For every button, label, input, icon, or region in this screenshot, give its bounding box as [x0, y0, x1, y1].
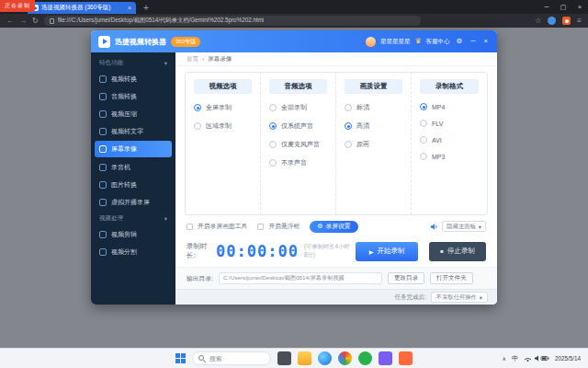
radio-label: MP4 [432, 104, 445, 110]
browser-toolbar-icons: ☆ ≡ [535, 17, 582, 25]
radio-original-quality[interactable]: 原画 [345, 140, 402, 149]
radio-label: FLV [432, 121, 443, 127]
radio-label: 标清 [356, 103, 369, 112]
radio-fullscreen-record[interactable]: 全屏录制 [194, 103, 252, 112]
output-row: 输出目录: C:/Users/jumei/Desktop/截图0514/屏幕录制… [175, 267, 497, 289]
tray-chevron-up-icon[interactable]: ∧ [503, 355, 506, 362]
app-close-icon[interactable]: × [482, 38, 490, 45]
taskbar-app-icon-purple[interactable] [379, 351, 392, 365]
sidebar-item-label: 视频分割 [111, 247, 137, 257]
radio-no-sound[interactable]: 不录声音 [269, 158, 327, 167]
taskbar-search[interactable]: 搜索 [192, 351, 271, 365]
radio-icon [345, 104, 352, 111]
chevron-down-icon: ▾ [480, 294, 482, 301]
sidebar-item-video-convert[interactable]: 视频转换 [91, 70, 175, 87]
url-text: file:///C:/Users/jumei/Desktop/截图0514/代码… [58, 17, 265, 25]
radio-label: 仅系统声音 [281, 121, 313, 131]
address-bar[interactable]: file:///C:/Users/jumei/Desktop/截图0514/代码… [44, 16, 421, 26]
radio-format-mp4[interactable]: MP4 [420, 103, 479, 110]
record-settings-button[interactable]: ⚙ 录屏设置 [310, 221, 357, 233]
task-after-label: 任务完成后: [394, 293, 425, 302]
sidebar-item-video-clip[interactable]: 视频剪辑 [91, 225, 175, 243]
sidebar-item-audio-convert[interactable]: 音频转换 [91, 87, 175, 105]
voice-recorder-icon [99, 164, 107, 171]
ime-indicator[interactable]: 中 [512, 354, 518, 363]
browser-maximize-icon[interactable]: ▢ [555, 0, 571, 14]
sidebar: 特色功能 ▾ 视频转换 音频转换 视频压缩 [91, 52, 175, 305]
app-edition-badge: 360专版 [171, 37, 200, 47]
sidebar-section-video-process[interactable]: 视频处理 ▾ [91, 211, 175, 225]
timer-value: 00:00:00 [216, 242, 299, 260]
settings-gear-icon[interactable]: ⚙ [455, 38, 465, 45]
radio-icon [420, 120, 427, 127]
radio-record-all-audio[interactable]: 全部录制 [269, 103, 327, 112]
sidebar-item-label: 视频转换 [111, 75, 137, 84]
start-record-button[interactable]: ▶ 开始录制 [356, 242, 418, 261]
radio-label: 全屏录制 [206, 103, 232, 112]
sidebar-item-video-split[interactable]: 视频分割 [91, 243, 175, 260]
tab-close-icon[interactable]: × [128, 5, 131, 11]
breadcrumb-home[interactable]: 首页 [187, 55, 198, 63]
checkbox-draw-tool[interactable] [187, 224, 193, 230]
output-path-field[interactable]: C:/Users/jumei/Desktop/截图0514/屏幕录制视频 [219, 272, 382, 284]
sidebar-item-image-convert[interactable]: 图片转换 [91, 176, 175, 193]
edge-browser-icon[interactable] [318, 351, 332, 365]
system-tray: ∧ 中 2025/5/14 [503, 354, 581, 363]
forward-icon[interactable]: → [19, 17, 27, 25]
radio-mic-only[interactable]: 仅麦克风声音 [269, 140, 327, 149]
taskbar-clock[interactable]: 2025/5/14 [555, 355, 581, 362]
radio-icon [269, 141, 277, 148]
browser-profile-avatar[interactable] [548, 17, 556, 25]
breadcrumb: 首页 › 屏幕录像 [175, 52, 497, 66]
reload-icon[interactable]: ↻ [32, 17, 39, 25]
browser-360-taskbar-icon[interactable] [358, 351, 372, 365]
radio-system-sound-only[interactable]: 仅系统声音 [269, 121, 327, 131]
task-after-dropdown[interactable]: 不采取任何操作 ▾ [431, 292, 488, 303]
vip-crown-icon[interactable]: ♛ [414, 38, 421, 45]
open-folder-button[interactable]: 打开文件夹 [430, 272, 473, 284]
stop-record-button[interactable]: ■ 停止录制 [429, 242, 486, 261]
tray-status-icons[interactable] [524, 354, 549, 362]
back-icon[interactable]: ← [6, 17, 14, 25]
checkbox-float-box[interactable] [257, 224, 264, 230]
browser-tab[interactable]: 迅捷视频转换器 (360专版) × [28, 2, 136, 14]
sidebar-item-virtual-stream-record[interactable]: 虚拟开播录屏 [91, 193, 175, 211]
browser-close-icon[interactable]: × [571, 0, 588, 14]
radio-standard-quality[interactable]: 标清 [345, 103, 402, 112]
checkbox-float-box-label: 开启悬浮框 [268, 222, 300, 231]
radio-icon [269, 159, 277, 167]
taskbar-app-icon-orange[interactable] [399, 351, 413, 365]
panel-visibility-value: 隐藏主面板 [447, 223, 475, 231]
sidebar-item-screen-record[interactable]: 屏幕录像 [95, 141, 172, 157]
start-button[interactable] [175, 353, 186, 363]
browser-menu-icon[interactable]: ≡ [577, 17, 582, 25]
radio-format-avi[interactable]: AVI [420, 136, 479, 144]
sidebar-item-video-compress[interactable]: 视频压缩 [91, 105, 175, 122]
change-directory-button[interactable]: 更改目录 [388, 272, 424, 284]
radio-label: 原画 [356, 140, 369, 149]
sidebar-section-featured[interactable]: 特色功能 ▾ [91, 55, 175, 70]
radio-format-mp3[interactable]: MP3 [420, 153, 479, 160]
user-avatar[interactable] [366, 37, 376, 47]
radio-high-quality[interactable]: 高清 [345, 121, 402, 131]
start-record-label: 开始录制 [377, 247, 404, 256]
sidebar-item-video-to-text[interactable]: 视频转文字 [91, 122, 175, 140]
main-content: 首页 › 屏幕录像 视频选项 全屏录制 [175, 52, 497, 305]
audio-options-column: 音频选项 全部录制 仅系统声音 仅麦克风声音 [261, 73, 336, 214]
file-explorer-icon[interactable] [298, 351, 311, 365]
chrome-browser-icon[interactable] [338, 351, 352, 365]
bookmark-star-icon[interactable]: ☆ [535, 17, 541, 25]
new-tab-button[interactable]: + [143, 2, 149, 14]
radio-region-record[interactable]: 区域录制 [194, 121, 252, 131]
app-minimize-icon[interactable]: ─ [469, 38, 477, 45]
browser-minimize-icon[interactable]: ─ [538, 0, 555, 14]
stop-record-label: 停止录制 [447, 247, 475, 256]
app-title: 迅捷视频转换器 [115, 37, 166, 47]
sidebar-item-voice-recorder[interactable]: 录音机 [91, 158, 175, 176]
panel-visibility-dropdown[interactable]: 隐藏主面板 ▾ [442, 221, 486, 232]
customer-service-link[interactable]: 客服中心 [426, 38, 450, 46]
app-logo-icon [98, 36, 110, 48]
browser-360-icon[interactable] [562, 17, 571, 25]
radio-format-flv[interactable]: FLV [420, 120, 479, 127]
task-view-icon[interactable] [277, 351, 291, 365]
